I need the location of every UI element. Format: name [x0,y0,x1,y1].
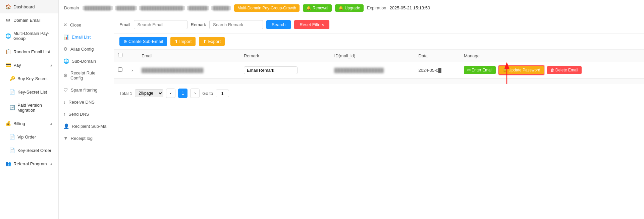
key-icon: 🔑 [9,76,15,81]
upgrade-button[interactable]: 🔔 Upgrade [335,4,364,12]
panel-item-label: Spam filtering [71,88,97,93]
row-expand-cell[interactable]: › [127,62,138,78]
referral-icon: 👥 [5,161,11,166]
sidebar-item-referral[interactable]: 👥 Referral Program ▲ [0,157,58,170]
email-icon: ✉ [5,17,11,23]
panel-item-label: Alias Config [70,47,94,52]
list-icon: 📋 [5,49,11,54]
panel-item-label: Email List [72,35,91,40]
filter-bar: Email Remark Search Reset Filters [114,16,644,34]
page-size-select[interactable]: 20/page 10/page 50/page 100/page [135,89,163,97]
sidebar-item-billing[interactable]: 💰 Billing ▲ [0,117,58,130]
order-icon: 📄 [9,134,15,140]
lock-icon: 🔒 [502,68,507,72]
multi-domain-button[interactable]: Multi-Domain Pay-Group-Growth [234,4,300,12]
expand-col [127,50,138,62]
pay-icon: 💳 [5,62,11,68]
export-icon: ⬆ [203,39,207,44]
chevron-down-icon: ▲ [50,162,53,166]
search-button[interactable]: Search [266,20,291,29]
panel-item-sub-domain[interactable]: 🌐 Sub-Domain [59,55,114,67]
sidebar-item-multi-domain[interactable]: 🌐 Multi-Domain Pay-Group [0,27,58,45]
enter-icon: ✉ [467,68,471,72]
sidebar-item-paid-migration[interactable]: 🔄 Paid Version Migration [0,99,58,117]
remark-input[interactable] [244,66,298,74]
sidebar-item-label: Billing [13,121,25,126]
billing-icon: 💰 [5,121,11,126]
goto-input[interactable] [216,90,229,97]
renewal-button[interactable]: 🔔 Renewal [303,4,332,12]
chart-icon: 📊 [63,34,69,40]
table-header-row: Email Remark ID(mail_id) Data Manage [114,50,644,62]
sidebar-item-label: Key-Secret Order [17,148,51,153]
left-sidebar: 🏠 Dashboard ✉ Domain Email 🌐 Multi-Domai… [0,0,59,219]
panel-item-receipt-rule[interactable]: ⚙ Receipt Rule Config [59,67,114,84]
import-icon: ⬆ [174,39,178,44]
row-date-cell: 2024-05-0█ [415,62,460,78]
sidebar-item-key-list[interactable]: 📄 Key-Secret List [0,85,58,99]
enter-email-button[interactable]: ✉ Enter Email [464,66,496,74]
panel-item-send-dns[interactable]: ↑ Send DNS [59,108,114,120]
sidebar-item-buy-key[interactable]: 🔑 Buy Key-Secret [0,72,58,85]
panel-item-label: Close [70,22,81,28]
action-bar: ⊕ Create Sub-Email ⬆ Import ⬆ Export [114,34,644,50]
panel-item-receipt-log[interactable]: ▼ Receipt log [59,132,114,144]
panel-item-spam[interactable]: 🛡 Spam filtering [59,84,114,96]
sidebar-item-dashboard[interactable]: 🏠 Dashboard [0,0,58,13]
subdomain-icon: 🌐 [63,58,69,64]
row-email-cell: ████████████████████ [138,62,240,78]
remark-search-input[interactable] [209,20,263,29]
next-page-button[interactable]: › [190,89,200,98]
sidebar-item-pay[interactable]: 💳 Pay ▲ [0,58,58,72]
sidebar-item-label: Vip Order [17,134,36,140]
panel-sidebar: ✕ Close 📊 Email List ⚙ Alias Config 🌐 Su… [59,16,114,219]
prev-page-button[interactable]: ‹ [166,89,175,98]
panel-item-label: Receipt Rule Config [70,70,109,80]
select-all-checkbox[interactable] [118,53,122,57]
plus-icon: ⊕ [123,39,127,44]
alias-icon: ⚙ [63,46,68,52]
sidebar-item-vip-order[interactable]: 📄 Vip Order [0,130,58,144]
spam-icon: 🛡 [63,87,68,93]
row-checkbox[interactable] [118,67,122,72]
sidebar-item-label: Buy Key-Secret [17,76,48,81]
email-value: ████████████████████ [142,68,203,73]
receive-dns-icon: ↓ [63,99,66,105]
table-row: › ████████████████████ ████████████████ … [114,62,644,78]
panel-item-receive-dns[interactable]: ↓ Receive DNS [59,96,114,108]
select-all-col [114,50,127,62]
top-header: Domain ██████████ ███████ ██████████████… [59,0,644,16]
sidebar-item-random-email[interactable]: 📋 Random Email List [0,45,58,58]
table-scrollbar [114,78,644,84]
main-area: Domain ██████████ ███████ ██████████████… [59,0,644,219]
manage-col-header: Manage [460,50,644,62]
sidebar-item-label: Pay [13,63,21,68]
content-area: ✕ Close 📊 Email List ⚙ Alias Config 🌐 Su… [59,16,644,219]
sidebar-item-label: Domain Email [13,18,41,23]
email-table: Email Remark ID(mail_id) Data Manage [114,50,644,78]
delete-email-button[interactable]: 🗑 Delete Email [547,66,582,74]
page-1-button[interactable]: 1 [178,89,187,98]
total-count: Total 1 [119,91,132,96]
expiration-label: Expiration [367,5,386,10]
sidebar-item-domain-email[interactable]: ✉ Domain Email [0,13,58,27]
panel-item-recipient-sub[interactable]: 👤 Recipient Sub-Mail [59,120,114,132]
log-icon: ▼ [63,135,68,141]
export-button[interactable]: ⬆ Export [199,37,225,46]
panel-item-label: Recipient Sub-Mail [72,124,108,129]
id-col-header: ID(mail_id) [330,50,415,62]
remark-col-header: Remark [240,50,330,62]
main-content: Email Remark Search Reset Filters ⊕ Crea… [114,16,644,219]
update-password-button[interactable]: 🔒 Update Password [498,65,544,75]
migration-icon: 🔄 [9,105,15,110]
reset-filters-button[interactable]: Reset Filters [294,20,329,29]
sidebar-item-label: Multi-Domain Pay-Group [13,31,53,41]
sidebar-item-label: Random Email List [13,49,50,54]
panel-item-email-list[interactable]: 📊 Email List [59,31,114,43]
panel-item-close[interactable]: ✕ Close [59,19,114,31]
panel-item-alias-config[interactable]: ⚙ Alias Config [59,43,114,55]
import-button[interactable]: ⬆ Import [170,37,196,46]
sidebar-item-key-order[interactable]: 📄 Key-Secret Order [0,144,58,157]
email-search-input[interactable] [134,20,187,29]
create-sub-email-button[interactable]: ⊕ Create Sub-Email [119,37,167,46]
